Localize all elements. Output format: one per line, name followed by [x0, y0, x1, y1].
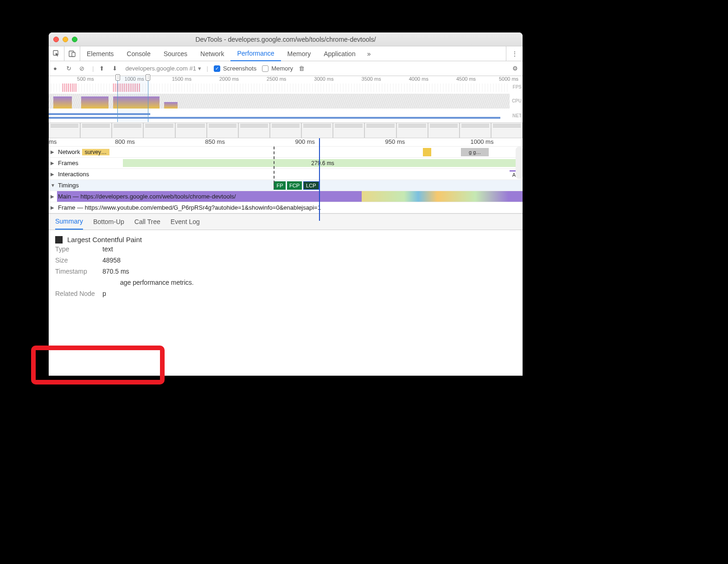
- details-tabs: Summary Bottom-Up Call Tree Event Log: [49, 213, 523, 230]
- devtools-window: DevTools - developers.google.com/web/too…: [49, 32, 523, 376]
- window-title: DevTools - developers.google.com/web/too…: [49, 36, 523, 43]
- perf-toolbar: ● ↻ ⊘ | ⬆ ⬇ developers.google.com #1 ▾ |…: [49, 61, 523, 76]
- network-request-chip[interactable]: survey…: [82, 149, 109, 155]
- tab-summary[interactable]: Summary: [55, 214, 83, 230]
- gear-icon[interactable]: ⚙: [512, 65, 518, 72]
- download-icon[interactable]: ⬇: [112, 65, 120, 72]
- annotation-red-box: [31, 346, 165, 385]
- track-frames[interactable]: ▶ Frames 279.6 ms: [49, 158, 523, 169]
- tab-application[interactable]: Application: [317, 46, 362, 61]
- related-node-link[interactable]: p: [102, 290, 106, 297]
- summary-timestamp-value: 870.5 ms: [102, 268, 129, 275]
- window-controls: [53, 37, 77, 42]
- flame-chart[interactable]: ms 800 ms 850 ms 900 ms 950 ms 1000 ms ▶…: [49, 138, 523, 213]
- inspect-icon[interactable]: [49, 46, 64, 61]
- collapse-icon[interactable]: ▼: [51, 183, 55, 188]
- expand-icon[interactable]: ▶: [51, 149, 55, 154]
- device-toggle-icon[interactable]: [64, 46, 80, 61]
- selection-handle-right[interactable]: ⋮: [146, 74, 150, 81]
- hover-marker-line: [274, 147, 275, 188]
- timing-lcp[interactable]: LCP: [303, 181, 319, 190]
- record-icon[interactable]: ●: [53, 65, 61, 72]
- tab-call-tree[interactable]: Call Tree: [134, 218, 160, 225]
- more-tabs-icon[interactable]: »: [362, 50, 376, 58]
- network-bar[interactable]: [423, 148, 431, 156]
- color-chip: [55, 236, 63, 244]
- summary-panel: Largest Contentful Paint Typetext Size48…: [49, 230, 523, 305]
- summary-size-value: 48958: [102, 256, 121, 264]
- net-label: NET: [512, 113, 522, 118]
- overview-selection[interactable]: ⋮ ⋮: [117, 76, 148, 122]
- screenshots-checkbox[interactable]: ✓ Screenshots: [214, 65, 256, 72]
- expand-icon[interactable]: ▶: [51, 205, 55, 210]
- tab-bottom-up[interactable]: Bottom-Up: [93, 218, 124, 225]
- close-icon[interactable]: [53, 37, 59, 42]
- timing-fcp[interactable]: FCP: [287, 181, 302, 190]
- timing-fp[interactable]: FP: [274, 181, 286, 190]
- tab-console[interactable]: Console: [120, 46, 157, 61]
- checkbox-on-icon: ✓: [214, 65, 220, 72]
- expand-icon[interactable]: ▶: [51, 194, 55, 199]
- minimize-icon[interactable]: [63, 37, 68, 42]
- expand-icon[interactable]: ▶: [51, 172, 55, 177]
- svg-rect-2: [72, 52, 75, 57]
- summary-title: Largest Contentful Paint: [55, 236, 516, 244]
- selection-handle-left[interactable]: ⋮: [115, 74, 120, 81]
- titlebar: DevTools - developers.google.com/web/too…: [49, 32, 523, 46]
- network-bar-gg[interactable]: g g…: [461, 148, 489, 156]
- panel-tabs: Elements Console Sources Network Perform…: [49, 46, 523, 61]
- scrollbar-thumb[interactable]: [516, 147, 523, 179]
- tab-network[interactable]: Network: [194, 46, 230, 61]
- upload-icon[interactable]: ⬆: [99, 65, 107, 72]
- checkbox-off-icon: [262, 65, 268, 72]
- reload-icon[interactable]: ↻: [66, 65, 74, 72]
- memory-checkbox[interactable]: Memory: [262, 65, 293, 72]
- cpu-label: CPU: [512, 98, 522, 103]
- summary-type-value: text: [102, 245, 113, 253]
- playhead-line[interactable]: [319, 138, 320, 221]
- menu-kebab-icon[interactable]: ⋮: [506, 46, 523, 61]
- trash-icon[interactable]: 🗑: [299, 65, 306, 72]
- maximize-icon[interactable]: [72, 37, 77, 42]
- clear-icon[interactable]: ⊘: [79, 65, 87, 72]
- track-timings[interactable]: ▼ Timings FP FCP LCP: [49, 180, 523, 191]
- tab-event-log[interactable]: Event Log: [171, 218, 200, 225]
- track-frame[interactable]: ▶ Frame — https://www.youtube.com/embed/…: [49, 202, 523, 213]
- tab-performance[interactable]: Performance: [230, 47, 281, 61]
- track-network[interactable]: ▶ Network survey… g g…: [49, 147, 523, 158]
- track-main[interactable]: ▶ Main — https://developers.google.com/w…: [49, 191, 523, 202]
- overview-timeline[interactable]: 500 ms 1000 ms 1500 ms 2000 ms 2500 ms 3…: [49, 76, 523, 138]
- fps-label: FPS: [513, 84, 522, 90]
- filmstrip: [49, 122, 523, 138]
- flame-ruler: ms 800 ms 850 ms 900 ms 950 ms 1000 ms: [49, 138, 523, 147]
- tab-elements[interactable]: Elements: [80, 46, 120, 61]
- tab-memory[interactable]: Memory: [281, 46, 318, 61]
- frame-bar[interactable]: 279.6 ms: [123, 159, 523, 167]
- track-interactions[interactable]: ▶ Interactions A…: [49, 169, 523, 180]
- expand-icon[interactable]: ▶: [51, 160, 55, 166]
- recording-selector[interactable]: developers.google.com #1 ▾: [125, 65, 201, 72]
- summary-description: age performance metrics.: [120, 279, 194, 286]
- tab-sources[interactable]: Sources: [157, 46, 194, 61]
